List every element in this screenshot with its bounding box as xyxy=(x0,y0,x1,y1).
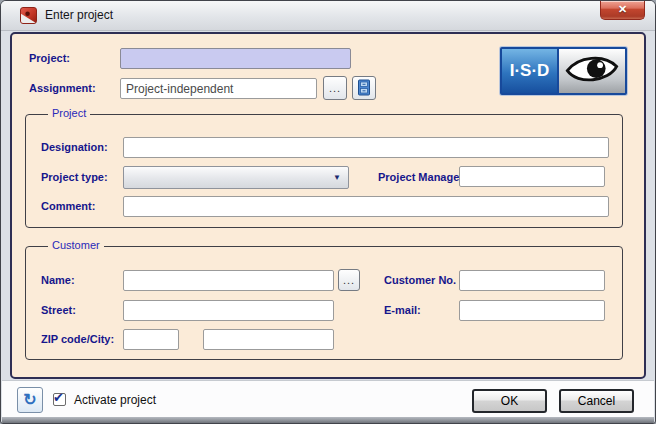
street-label: Street: xyxy=(41,304,76,316)
dialog-enter-project: Enter project ✕ Project: Assignment: ... xyxy=(0,0,656,424)
assignment-label: Assignment: xyxy=(29,82,96,94)
close-button[interactable]: ✕ xyxy=(600,1,645,20)
refresh-button[interactable]: ↻ xyxy=(17,387,43,413)
project-type-select[interactable]: ▼ xyxy=(123,166,349,189)
designation-label: Designation: xyxy=(41,141,108,153)
email-label: E-mail: xyxy=(384,304,421,316)
zip-input[interactable] xyxy=(123,329,179,350)
ellipsis-icon: ... xyxy=(329,82,341,94)
project-manager-label: Project Manager xyxy=(378,171,459,183)
customer-no-label: Customer No. xyxy=(384,274,456,286)
street-input[interactable] xyxy=(123,300,334,321)
comment-input[interactable] xyxy=(123,196,609,217)
zip-city-label: ZIP code/City: xyxy=(41,333,114,345)
form-panel: Project: Assignment: ... I·S·D xyxy=(10,32,646,379)
close-icon: ✕ xyxy=(601,1,644,18)
eye-icon xyxy=(563,52,621,90)
refresh-icon: ↻ xyxy=(23,391,36,408)
project-label: Project: xyxy=(29,52,70,64)
window-title: Enter project xyxy=(45,8,113,22)
chevron-down-icon: ▼ xyxy=(333,174,341,182)
assignment-database-button[interactable] xyxy=(352,76,376,100)
designation-input[interactable] xyxy=(123,137,609,158)
activate-project-label: Activate project xyxy=(74,393,156,407)
project-input[interactable] xyxy=(120,48,351,69)
customer-no-input[interactable] xyxy=(459,270,605,291)
isd-logo-eye-block xyxy=(559,49,625,93)
checkmark-icon: ✔ xyxy=(53,391,64,404)
name-input[interactable] xyxy=(123,270,334,291)
database-cabinet-icon xyxy=(357,84,371,99)
customer-group-legend: Customer xyxy=(48,239,104,251)
comment-label: Comment: xyxy=(41,200,95,212)
email-input[interactable] xyxy=(459,300,605,321)
assignment-browse-button[interactable]: ... xyxy=(323,76,347,100)
ok-button[interactable]: OK xyxy=(472,389,547,413)
title-bar[interactable]: Enter project ✕ xyxy=(1,1,655,31)
isd-logo-text: I·S·D xyxy=(510,61,550,81)
cancel-button[interactable]: Cancel xyxy=(559,389,634,413)
city-input[interactable] xyxy=(203,329,334,350)
window-bottom-edge xyxy=(2,417,654,423)
name-browse-button[interactable]: ... xyxy=(338,269,360,291)
isd-logo: I·S·D xyxy=(500,47,627,95)
project-group-legend: Project xyxy=(48,107,90,119)
activate-project-checkbox[interactable]: ✔ xyxy=(53,393,66,406)
assignment-input[interactable] xyxy=(120,78,317,99)
isd-logo-text-block: I·S·D xyxy=(502,49,559,93)
name-label: Name: xyxy=(41,274,75,286)
footer-bar: ↻ ✔ Activate project OK Cancel xyxy=(2,380,654,418)
app-icon xyxy=(20,7,37,24)
project-manager-input[interactable] xyxy=(459,166,605,187)
customer-groupbox: Customer Name: ... Customer No. Street: … xyxy=(25,246,623,360)
project-type-label: Project type: xyxy=(41,171,108,183)
project-groupbox: Project Designation: Project type: ▼ Pro… xyxy=(25,114,623,228)
ellipsis-icon: ... xyxy=(343,274,355,286)
